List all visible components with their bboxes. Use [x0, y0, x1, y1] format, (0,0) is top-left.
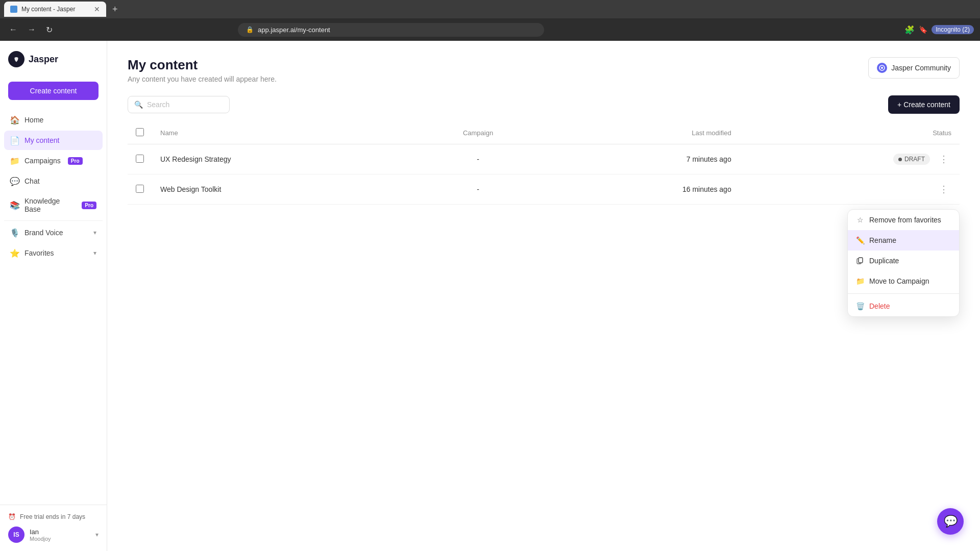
community-button[interactable]: Jasper Community: [868, 57, 960, 79]
svg-rect-4: [859, 258, 863, 263]
sidebar-item-brand-voice-label: Brand Voice: [24, 229, 63, 237]
sidebar-item-chat[interactable]: 💬 Chat: [4, 171, 103, 191]
sidebar-item-brand-voice[interactable]: 🎙️ Brand Voice ▾: [4, 223, 103, 242]
row-2-checkbox[interactable]: [136, 185, 144, 193]
back-button[interactable]: ←: [6, 23, 20, 36]
free-trial-text: Free trial ends in 7 days: [20, 513, 85, 520]
edit-icon: ✏️: [856, 236, 864, 244]
favorites-icon: ⭐: [10, 248, 19, 258]
user-name: Ian: [30, 528, 90, 536]
page-title: My content: [128, 57, 277, 73]
user-info[interactable]: IS Ian Moodjoy ▾: [8, 527, 99, 543]
search-input[interactable]: [147, 101, 223, 109]
sidebar-footer: ⏰ Free trial ends in 7 days IS Ian Moodj…: [0, 505, 107, 551]
table-row: UX Redesign Strategy - 7 minutes ago DRA…: [128, 144, 960, 174]
select-all-checkbox[interactable]: [136, 128, 144, 136]
extensions-icon[interactable]: 🧩: [904, 25, 915, 35]
active-tab[interactable]: My content - Jasper ✕: [4, 2, 106, 17]
community-button-label: Jasper Community: [891, 64, 951, 72]
search-icon: 🔍: [134, 101, 143, 109]
sidebar-item-favorites-label: Favorites: [24, 249, 54, 257]
row-1-checkbox[interactable]: [136, 155, 144, 163]
main-content: My content Any content you have created …: [107, 41, 980, 551]
column-last-modified: Last modified: [547, 122, 739, 144]
column-status: Status: [740, 122, 960, 144]
row-1-status-cell: DRAFT ⋮: [740, 144, 960, 174]
context-menu-delete[interactable]: 🗑️ Delete: [848, 296, 959, 316]
brand-voice-chevron-icon: ▾: [93, 229, 96, 236]
sidebar-item-campaigns[interactable]: 📁 Campaigns Pro: [4, 151, 103, 170]
row-1-campaign: -: [409, 144, 547, 174]
user-details: Ian Moodjoy: [30, 528, 90, 542]
jasper-logo-text: Jasper: [29, 54, 58, 65]
row-1-draft-badge: DRAFT: [893, 154, 930, 165]
knowledge-base-icon: 📚: [10, 201, 19, 210]
jasper-logo-icon: [8, 51, 24, 67]
favorites-chevron-icon: ▾: [93, 249, 96, 257]
context-menu-duplicate-label: Duplicate: [869, 257, 899, 265]
refresh-button[interactable]: ↻: [43, 23, 56, 37]
knowledge-base-pro-badge: Pro: [82, 202, 96, 209]
context-menu-remove-favorites[interactable]: ☆ Remove from favorites: [848, 210, 959, 230]
tab-favicon: [10, 6, 17, 13]
sidebar-item-chat-label: Chat: [24, 177, 40, 185]
sidebar-item-favorites[interactable]: ⭐ Favorites ▾: [4, 243, 103, 263]
row-1-name[interactable]: UX Redesign Strategy: [152, 144, 409, 174]
content-toolbar: 🔍 + Create content: [128, 95, 960, 114]
table-body: UX Redesign Strategy - 7 minutes ago DRA…: [128, 144, 960, 205]
profile-icon[interactable]: Incognito (2): [932, 25, 974, 34]
brand-voice-icon: 🎙️: [10, 228, 19, 237]
column-campaign: Campaign: [409, 122, 547, 144]
table-row: Web Design Toolkit - 16 minutes ago ⋮: [128, 174, 960, 205]
sidebar-item-home[interactable]: 🏠 Home: [4, 110, 103, 130]
app-container: Jasper Create content 🏠 Home 📄 My conten…: [0, 41, 980, 551]
browser-tabs: My content - Jasper ✕ +: [0, 0, 980, 18]
community-icon: [877, 63, 887, 73]
page-title-area: My content Any content you have created …: [128, 57, 277, 83]
row-1-more-button[interactable]: ⋮: [936, 152, 951, 167]
lock-icon: 🔒: [246, 26, 254, 33]
folder-icon: 📁: [856, 277, 864, 285]
new-tab-button[interactable]: +: [108, 2, 122, 17]
row-2-modified: 16 minutes ago: [547, 174, 739, 205]
forward-button[interactable]: →: [24, 23, 39, 36]
tab-close-button[interactable]: ✕: [94, 5, 100, 13]
trash-icon: 🗑️: [856, 302, 864, 310]
page-header: My content Any content you have created …: [128, 57, 960, 83]
star-icon: ☆: [856, 216, 864, 224]
row-2-more-button[interactable]: ⋮: [936, 182, 951, 197]
free-trial-notice: ⏰ Free trial ends in 7 days: [8, 513, 99, 520]
context-menu-duplicate[interactable]: Duplicate: [848, 251, 959, 271]
tab-title: My content - Jasper: [21, 6, 75, 13]
sidebar-divider: [4, 220, 103, 221]
context-menu-move-campaign[interactable]: 📁 Move to Campaign: [848, 271, 959, 291]
create-content-top-button[interactable]: + Create content: [888, 95, 960, 114]
chat-fab-icon: 💬: [944, 515, 958, 528]
context-menu-rename-label: Rename: [869, 236, 896, 244]
browser-chrome: My content - Jasper ✕ + ← → ↻ 🔒 app.jasp…: [0, 0, 980, 41]
sidebar-item-knowledge-base-label: Knowledge Base: [24, 197, 75, 213]
search-box[interactable]: 🔍: [128, 96, 230, 113]
sidebar-item-knowledge-base[interactable]: 📚 Knowledge Base Pro: [4, 192, 103, 218]
sidebar-item-my-content-label: My content: [24, 136, 59, 144]
sidebar-item-my-content[interactable]: 📄 My content: [4, 131, 103, 150]
context-menu-rename[interactable]: ✏️ Rename: [848, 230, 959, 251]
sidebar-item-campaigns-label: Campaigns: [24, 157, 61, 165]
bookmark-icon[interactable]: 🔖: [919, 26, 927, 34]
draft-dot: [898, 158, 902, 161]
row-1-modified: 7 minutes ago: [547, 144, 739, 174]
content-table: Name Campaign Last modified Status UX Re…: [128, 122, 960, 205]
table-header: Name Campaign Last modified Status: [128, 122, 960, 144]
row-2-name[interactable]: Web Design Toolkit: [152, 174, 409, 205]
sidebar-create-content-button[interactable]: Create content: [8, 82, 99, 100]
context-menu-divider: [848, 293, 959, 294]
my-content-icon: 📄: [10, 136, 19, 145]
context-menu-move-campaign-label: Move to Campaign: [869, 277, 929, 285]
sidebar-item-home-label: Home: [24, 116, 43, 124]
address-bar[interactable]: 🔒 app.jasper.ai/my-content: [238, 23, 544, 37]
row-2-status-cell: ⋮: [740, 174, 960, 205]
campaigns-icon: 📁: [10, 156, 19, 165]
context-menu-delete-label: Delete: [869, 302, 890, 310]
chat-fab[interactable]: 💬: [937, 508, 964, 535]
row-2-campaign: -: [409, 174, 547, 205]
